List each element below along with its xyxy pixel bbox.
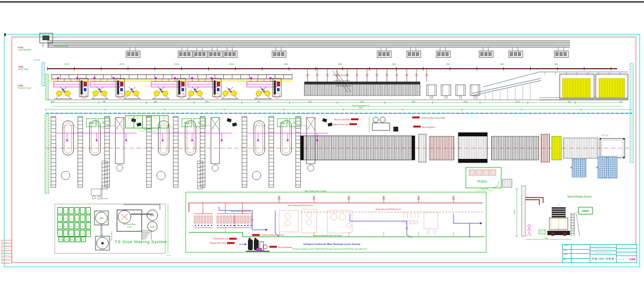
legend-table: Steam PipeCondensateSoft WaterCompress A… (2, 240, 12, 264)
diagram-footnote: Fuji Steam Consumption is based on 2500m… (292, 248, 367, 250)
starch-bag-cell: B8 (63, 215, 69, 222)
cad-screenshot: RSA RA Overhead (0, 0, 644, 299)
revision-letter: A (617, 249, 618, 252)
starch-bag-cell: B17 (80, 222, 85, 229)
starch-bag-cell: B12 (86, 215, 91, 222)
dimension-value: 14276 (515, 101, 519, 103)
speed-screen-label: Speed Display Screen (567, 195, 592, 198)
vertical-dim-label: 6000 (514, 210, 516, 214)
margin-tags: F183Steam Piping Plan F283Steam Supply F… (18, 46, 32, 89)
recovery-label-3: Condensate Water Inlet of Main (261, 234, 284, 236)
starch-bag-cell: B15 (69, 222, 74, 229)
revision-letter: M (635, 249, 636, 252)
glue-kitchen-unit: Recycle Control Valve Magnetic Drain Val… (333, 116, 445, 132)
pallets-plan (570, 157, 617, 178)
revision-letter: G (627, 249, 628, 252)
starch-bag-cell: B3 (69, 207, 74, 214)
recovery-label-4: Recycle Equipment (279, 246, 292, 249)
revision-letter: J (631, 249, 631, 252)
starch-bag-cell: B16 (75, 222, 80, 229)
converting-machines-side (427, 85, 480, 99)
speed-screen-value: 88888 (582, 210, 589, 213)
code-repeat: FB-5A-VER (618, 259, 625, 260)
access-ladder (571, 213, 580, 236)
starch-bag-cell: B14 (63, 222, 69, 229)
pipe-size-label: DN100 (174, 63, 179, 65)
converting-machines-plan (419, 133, 625, 163)
starch-bag-cell: B11 (80, 215, 85, 222)
revision-letter: L (633, 249, 634, 252)
revision-letter: E (624, 249, 625, 252)
dimension-value: 11800 (463, 101, 467, 103)
title-block-row: Draw (563, 250, 590, 254)
title-block-center: WJ250-2500 Corrugated Cardboard Producti… (590, 245, 617, 262)
starch-bag-cell: B19 (57, 230, 63, 237)
dimension-chain: 1900580058005800770058001200080001180014… (51, 101, 623, 103)
operator-console-box: TRC8912 (466, 167, 512, 188)
starch-bag-cell: B24 (86, 230, 91, 237)
steam-red-label-1: Steam Connecting DN25 Pipe (4 sets) (288, 205, 313, 207)
line-spec-note: 2500mm 5Ply Corrugated Line (617, 252, 636, 256)
electric-control-table: SF-155kW SF-255kW GU-130kW DF-175kW CT-1… (125, 115, 169, 128)
starch-bag-cell: B29 (81, 237, 86, 242)
starch-bag-cell: B2 (63, 207, 69, 214)
steam-diagram-title: Main Supply Pipe of Steam (305, 190, 327, 192)
recovery-label-1: Softened Water Inlet (214, 238, 228, 240)
starch-bag-cell: B4 (75, 207, 80, 214)
pipe-size-label: DN65 (392, 63, 396, 65)
starch-bag-cell: B26 (64, 237, 69, 242)
company-logo: KSM (630, 258, 635, 261)
drawing-code: FB-5A-VER (590, 254, 616, 262)
pipe-size-label: DN80 (284, 63, 288, 65)
starch-bag-cell: B6 (86, 207, 91, 214)
revision-letter: K (632, 249, 633, 252)
kitchen-label-4: Steam Equipment (422, 126, 435, 128)
steam-red-label-2: Steam Connecting DN25 Pipe (2 sets) (376, 208, 401, 210)
title-block-row: Design (563, 245, 590, 250)
control-note-2: By Series Or Combine Electric (121, 130, 174, 132)
starch-bag-cell: B27 (70, 237, 75, 242)
kitchen-label-1: Recycle Control Valve (334, 119, 350, 121)
splicer-machine-side (547, 204, 570, 237)
pallet-type-label: 1400 Type (601, 134, 609, 136)
starch-bag-cell: B7 (57, 215, 63, 222)
roll-stand-modules (51, 116, 333, 187)
starch-bag-cell: B25 (58, 237, 63, 242)
pipe-size-label: DN50 (446, 63, 450, 65)
dimension-value: 4500 (619, 101, 623, 103)
pipe-size-label: DN80 (338, 63, 342, 65)
diagram-blue-title: Intelligent Condensate Water Recharge sy… (303, 243, 360, 245)
dimension-value: 5800 (103, 101, 106, 103)
kitchen-label-2: Magnetic Drain Valve (333, 123, 349, 126)
dimension-value: 7700 (257, 101, 260, 103)
revision-letter: D (622, 249, 623, 252)
starch-bag-cell: B18 (86, 222, 91, 229)
condensate-recovery-unit: Softened Water Inlet Magnetic Water Valv… (210, 234, 292, 252)
revision-letter: B (619, 249, 620, 252)
speed-display-area: 6000 Speed Display Screen (514, 186, 592, 239)
pipe-size-label: DN100 (229, 63, 234, 65)
starch-bag-cell: B21 (69, 230, 74, 237)
title-block-row: Appr (563, 259, 590, 263)
pipe-size-label: DN40 (500, 63, 504, 65)
console-notes: Control Desk By Series Or Combine Electr… (465, 188, 503, 191)
starch-bag-grid: B1B2B3B4B5B6B7B8B9B10B11B12B13B14B15B16B… (57, 207, 91, 237)
margin-tag: F283Steam Supply (18, 65, 32, 70)
revision-letter: C (620, 249, 621, 252)
legend-row: Remark (2, 260, 12, 264)
steam-red-label-3: Steam Connecting DN20 Pipe (231, 210, 251, 213)
pipe-size-label: DN125 (119, 63, 124, 65)
dimension-lines-side (51, 103, 623, 106)
margin-tag: F183Steam Piping Plan (18, 46, 32, 51)
control-table-cell: SF-255kW (134, 116, 143, 128)
starch-bag-cell: B20 (63, 230, 69, 237)
tank1-label: BCM1 (150, 215, 155, 217)
dimension-value: 5800 (308, 101, 311, 103)
starch-bag-grid-2: B25B26B27B28B29 (58, 237, 86, 242)
title-block-signatures: Design Draw Check Appr (563, 245, 590, 262)
steam-piping-diagram: Main Supply Pipe of Steam (186, 190, 486, 253)
dimension-value: 5800 (206, 101, 209, 103)
drawing-number: WJ250-2500-2-19 (617, 245, 636, 249)
dimension-value: 12000 (360, 101, 364, 103)
revision-letter: H (629, 249, 630, 252)
